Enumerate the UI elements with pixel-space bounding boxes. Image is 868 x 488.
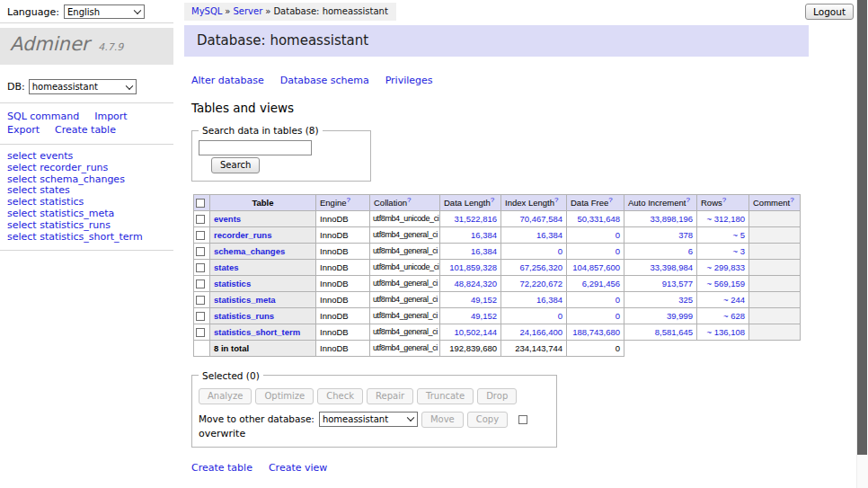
- data-length-link[interactable]: 49,152: [471, 311, 497, 321]
- table-link[interactable]: recorder_runs: [214, 230, 271, 240]
- data-free-link[interactable]: 50,331,648: [577, 214, 620, 224]
- data-length-link[interactable]: 49,152: [471, 295, 497, 305]
- move-copy-button[interactable]: Move: [421, 412, 464, 428]
- rows-link[interactable]: ~ 3: [733, 246, 745, 256]
- sidebar-table-link[interactable]: select statistics_runs: [7, 220, 173, 232]
- rows-link[interactable]: ~ 312,180: [706, 214, 745, 224]
- sidebar-table-link[interactable]: select recorder_runs: [7, 163, 173, 174]
- column-help-link[interactable]: ?: [790, 195, 793, 203]
- scrollbar-thumb[interactable]: [857, 0, 867, 455]
- auto-increment-link[interactable]: 6: [688, 246, 693, 256]
- data-free-link[interactable]: 0: [616, 246, 620, 256]
- select-all-checkbox[interactable]: [196, 199, 205, 208]
- column-help-link[interactable]: ?: [686, 195, 689, 203]
- row-checkbox[interactable]: [196, 328, 205, 337]
- table-link[interactable]: schema_changes: [214, 246, 285, 256]
- sidebar-table-link[interactable]: select statistics_short_term: [7, 232, 173, 244]
- data-free-link[interactable]: 104,857,600: [572, 262, 620, 272]
- column-help-link[interactable]: ?: [491, 195, 494, 203]
- db-nav-link[interactable]: Privileges: [385, 75, 433, 86]
- search-input[interactable]: [199, 140, 312, 155]
- rows-link[interactable]: ~ 628: [723, 311, 745, 321]
- index-length-link[interactable]: 16,384: [536, 295, 562, 305]
- rows-link[interactable]: ~ 5: [733, 230, 745, 240]
- rows-link[interactable]: ~ 569,159: [706, 279, 745, 288]
- bulk-action-button[interactable]: Check: [317, 388, 363, 404]
- rows-link[interactable]: ~ 136,108: [706, 327, 745, 337]
- index-length-link[interactable]: 24,166,400: [519, 327, 562, 337]
- sidebar-table-link[interactable]: select statistics_meta: [7, 209, 173, 220]
- db-nav-link[interactable]: Alter database: [191, 75, 264, 86]
- bulk-action-button[interactable]: Analyze: [199, 388, 252, 404]
- auto-increment-link[interactable]: 39,999: [667, 311, 693, 321]
- row-checkbox[interactable]: [196, 279, 205, 288]
- scrollbar-track[interactable]: [856, 0, 868, 488]
- rows-link[interactable]: ~ 299,833: [706, 262, 745, 272]
- bulk-action-button[interactable]: Truncate: [417, 388, 474, 404]
- move-db-select[interactable]: homeassistant: [319, 412, 418, 427]
- index-length-link[interactable]: 72,220,672: [519, 279, 562, 288]
- rows-link[interactable]: ~ 244: [723, 295, 745, 305]
- breadcrumb-link-mysql[interactable]: MySQL: [191, 6, 222, 16]
- table-link[interactable]: states: [214, 262, 238, 272]
- data-length-link[interactable]: 48,824,320: [454, 279, 497, 288]
- row-checkbox[interactable]: [196, 215, 205, 224]
- table-link[interactable]: statistics_meta: [214, 295, 276, 305]
- index-length-link[interactable]: 70,467,584: [519, 214, 562, 224]
- data-length-link[interactable]: 101,859,328: [449, 262, 497, 272]
- bulk-action-button[interactable]: Repair: [367, 388, 413, 404]
- logout-button[interactable]: Logout: [805, 4, 854, 20]
- data-length-link[interactable]: 10,502,144: [454, 327, 497, 337]
- bulk-action-button[interactable]: Drop: [477, 388, 517, 404]
- row-checkbox[interactable]: [196, 263, 205, 272]
- breadcrumb-link-server[interactable]: Server: [233, 6, 262, 16]
- search-button[interactable]: Search: [211, 157, 260, 173]
- data-length-link[interactable]: 16,384: [471, 246, 497, 256]
- create-link[interactable]: Create view: [269, 462, 327, 474]
- column-help-link[interactable]: ?: [407, 195, 411, 203]
- index-length-link[interactable]: 0: [558, 311, 562, 321]
- column-help-link[interactable]: ?: [554, 195, 558, 203]
- row-checkbox[interactable]: [196, 231, 205, 240]
- auto-increment-link[interactable]: 913,577: [662, 279, 693, 288]
- sidebar-action-link[interactable]: Export: [7, 124, 40, 136]
- sidebar-table-link[interactable]: select events: [7, 151, 173, 163]
- overwrite-checkbox[interactable]: [518, 415, 527, 424]
- auto-increment-link[interactable]: 33,398,984: [650, 262, 693, 272]
- sidebar-action-link[interactable]: Create table: [55, 124, 116, 136]
- create-link[interactable]: Create table: [191, 462, 252, 474]
- index-length-link[interactable]: 0: [558, 246, 562, 256]
- row-checkbox[interactable]: [196, 296, 205, 305]
- index-length-link[interactable]: 16,384: [536, 230, 562, 240]
- data-length-link[interactable]: 16,384: [471, 230, 497, 240]
- data-length-link[interactable]: 31,522,816: [454, 214, 497, 224]
- sidebar-action-link[interactable]: SQL command: [7, 111, 79, 122]
- auto-increment-link[interactable]: 378: [678, 230, 693, 240]
- data-free-link[interactable]: 6,291,456: [582, 279, 620, 288]
- data-free-link[interactable]: 0: [616, 311, 620, 321]
- move-copy-button[interactable]: Copy: [467, 412, 508, 428]
- language-row: Language:English: [7, 4, 145, 19]
- auto-increment-link[interactable]: 33,898,196: [650, 214, 693, 224]
- index-length-link[interactable]: 67,256,320: [519, 262, 562, 272]
- table-link[interactable]: statistics: [214, 279, 251, 288]
- column-help-link[interactable]: ?: [347, 195, 350, 203]
- data-free-link[interactable]: 188,743,680: [572, 327, 620, 337]
- table-link[interactable]: statistics_runs: [214, 311, 274, 321]
- sidebar-action-link[interactable]: Import: [94, 111, 128, 122]
- row-checkbox[interactable]: [196, 312, 205, 321]
- data-free-link[interactable]: 0: [616, 295, 620, 305]
- auto-increment-link[interactable]: 325: [678, 295, 693, 305]
- column-help-link[interactable]: ?: [608, 195, 612, 203]
- data-free-link[interactable]: 0: [616, 230, 620, 240]
- language-select[interactable]: English: [64, 4, 145, 19]
- bulk-action-button[interactable]: Optimize: [255, 388, 314, 404]
- table-link[interactable]: events: [214, 214, 241, 224]
- db-select[interactable]: homeassistant: [29, 79, 137, 94]
- table-link[interactable]: statistics_short_term: [214, 327, 300, 337]
- db-nav-link[interactable]: Database schema: [280, 75, 369, 86]
- column-help-link[interactable]: ?: [722, 195, 726, 203]
- table-row: statistics_meta InnoDB utf8mb4_general_c…: [194, 291, 801, 307]
- auto-increment-link[interactable]: 8,581,645: [655, 327, 693, 337]
- row-checkbox[interactable]: [196, 247, 205, 256]
